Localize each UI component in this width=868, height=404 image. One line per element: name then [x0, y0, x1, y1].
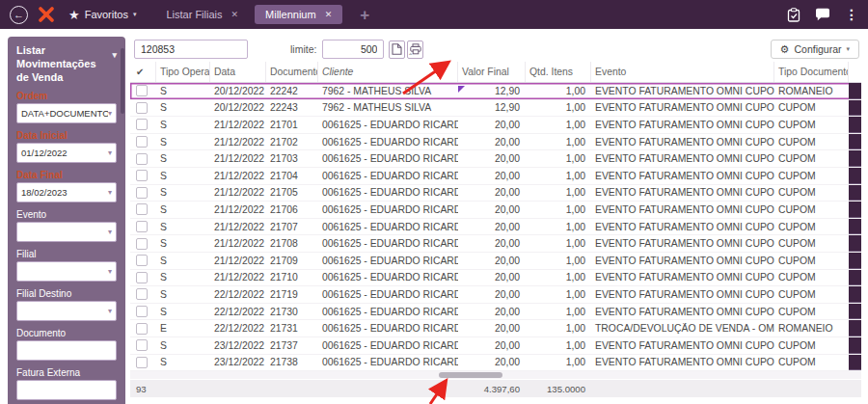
cell-cliente: 0061625 - EDUARDO RICARDO [318, 171, 458, 181]
column-header-data[interactable]: Data [210, 62, 266, 82]
row-checkbox[interactable] [130, 150, 156, 167]
column-header-cliente[interactable]: Cliente [318, 62, 458, 82]
sidebar-select-filial-destino[interactable]: ▾ [16, 301, 117, 321]
column-header-tipo-operacao[interactable]: Tipo Operac... [156, 62, 210, 82]
sidebar-input-documento[interactable] [16, 340, 117, 361]
row-checkbox[interactable] [130, 202, 156, 218]
sidebar-label-ordem: Ordem [16, 91, 117, 101]
row-checkbox[interactable] [130, 253, 156, 269]
cell-qtd-itens: 1,00 [526, 289, 591, 300]
back-button[interactable]: ← [10, 6, 28, 24]
cell-valor-final: 20,00 [458, 323, 526, 334]
row-checkbox[interactable] [130, 219, 156, 235]
row-checkbox[interactable] [130, 304, 156, 320]
cell-cliente: 0061625 - EDUARDO RICARDO [318, 187, 458, 198]
tab-listar-filiais[interactable]: Listar Filiais ✕ [155, 5, 249, 24]
cell-documento: 21708 [266, 238, 318, 249]
cell-data: 23/12/2022 [210, 357, 266, 367]
cell-valor-final: 20,00 [458, 307, 526, 317]
row-checkbox[interactable] [130, 117, 156, 133]
sidebar-select-data-final[interactable]: 18/02/2023▾ [16, 182, 117, 202]
tab-close-icon[interactable]: ✕ [231, 10, 239, 19]
cell-tipo-documento: CUPOM [774, 153, 849, 164]
cell-qtd-itens: 1,00 [526, 323, 591, 334]
cell-documento: 21706 [266, 204, 318, 215]
table-row[interactable]: S21/12/2022217090061625 - EDUARDO RICARD… [130, 253, 861, 270]
configure-button[interactable]: ⚙ Configurar ▾ [771, 40, 859, 59]
sidebar-title[interactable]: Listar Movimentações de Venda ▾ [16, 44, 117, 84]
tab-label: Millennium [265, 9, 316, 20]
cell-cliente: 0061625 - EDUARDO RICARDO [318, 204, 458, 215]
table-row[interactable]: S21/12/2022217020061625 - EDUARDO RICARD… [130, 134, 861, 151]
table-row[interactable]: S23/12/2022217380061625 - EDUARDO RICARD… [130, 355, 861, 372]
chat-icon[interactable] [815, 8, 830, 21]
row-checkbox[interactable] [130, 235, 156, 252]
new-tab-button[interactable]: + [360, 7, 369, 23]
row-checkbox[interactable] [130, 270, 156, 286]
cell-evento: EVENTO FATURAMENTO OMNI CUPOM [591, 289, 774, 300]
sidebar-select-ordem[interactable]: DATA+DOCUMENTO▾ [16, 103, 117, 123]
grid-toolbar: limite: ˆ ⚙ Configurar ▾ [130, 37, 861, 62]
cell-cliente: 0061625 - EDUARDO RICARDO [318, 289, 458, 300]
table-row[interactable]: S21/12/2022217070061625 - EDUARDO RICARD… [130, 219, 861, 236]
export-button[interactable] [389, 40, 405, 59]
cell-evento: EVENTO FATURAMENTO OMNI CUPOM [591, 187, 774, 198]
table-row[interactable]: E22/12/2022217310061625 - EDUARDO RICARD… [130, 320, 861, 337]
table-row[interactable]: S22/12/2022217190061625 - EDUARDO RICARD… [130, 286, 861, 304]
chevron-down-icon: ▾ [108, 109, 112, 118]
row-checkbox[interactable] [130, 320, 156, 337]
table-row[interactable]: S20/12/2022222437962 - MATHEUS SILVA12,9… [130, 100, 861, 118]
table-row[interactable]: S21/12/2022217040061625 - EDUARDO RICARD… [130, 168, 861, 185]
tab-millennium[interactable]: Millennium ✕ [255, 5, 342, 24]
sidebar-scrollbar-thumb[interactable] [121, 48, 124, 114]
select-all-checkbox[interactable]: ✔ [130, 62, 156, 82]
sidebar-select-filial[interactable]: ▾ [16, 261, 117, 282]
cell-cliente: 0061625 - EDUARDO RICARDO [318, 357, 458, 367]
cell-qtd-itens: 1,00 [526, 340, 591, 351]
cell-documento: 22242 [266, 86, 318, 96]
sidebar-fields: OrdemDATA+DOCUMENTO▾Data Inicial01/12/20… [16, 91, 117, 404]
row-checkbox[interactable] [130, 355, 156, 371]
favorites-menu[interactable]: ★ Favoritos ▾ [68, 9, 136, 21]
cell-evento: EVENTO FATURAMENTO OMNI CUPOM [591, 272, 774, 283]
cell-tipo-documento: CUPOM [774, 307, 849, 317]
limit-input[interactable] [322, 40, 384, 59]
table-row[interactable]: S21/12/2022217100061625 - EDUARDO RICARD… [130, 270, 861, 287]
kebab-menu-icon[interactable]: ⋮ [845, 7, 858, 22]
cell-tipo-operacao: S [156, 256, 210, 266]
table-row[interactable]: S20/12/2022222427962 - MATHEUS SILVA12,9… [130, 83, 861, 100]
sidebar-select-data-inicial[interactable]: 01/12/2022▾ [16, 143, 117, 163]
table-row[interactable]: S21/12/2022217080061625 - EDUARDO RICARD… [130, 235, 861, 253]
row-checkbox[interactable] [130, 337, 156, 354]
column-header-tipo-documento[interactable]: Tipo Documento [774, 62, 849, 82]
table-row[interactable]: S23/12/2022217370061625 - EDUARDO RICARD… [130, 337, 861, 355]
cell-evento: EVENTO FATURAMENTO OMNI CUPOM [591, 238, 774, 249]
table-row[interactable]: S21/12/2022217030061625 - EDUARDO RICARD… [130, 150, 861, 168]
cell-data: 21/12/2022 [210, 256, 266, 266]
column-header-documento[interactable]: Documento [266, 62, 318, 82]
column-header-valor-final[interactable]: Valor Final [458, 62, 526, 82]
row-checkbox[interactable] [130, 100, 156, 117]
row-checkbox[interactable] [130, 134, 156, 150]
column-header-qtd-itens[interactable]: Qtd. Itens [526, 62, 591, 82]
tab-close-icon[interactable]: ✕ [325, 10, 333, 19]
cell-valor-final: 12,90 [458, 86, 526, 96]
column-header-evento[interactable]: Evento [591, 62, 774, 82]
table-row[interactable]: S22/12/2022217300061625 - EDUARDO RICARD… [130, 304, 861, 321]
cell-valor-final: 20,00 [458, 340, 526, 351]
table-row[interactable]: S21/12/2022217050061625 - EDUARDO RICARD… [130, 185, 861, 202]
row-checkbox[interactable] [130, 286, 156, 303]
sidebar-select-evento[interactable]: ▾ [16, 222, 117, 242]
collapse-chevron-icon[interactable]: ▾ [112, 50, 117, 61]
sidebar-input-fatura-externa[interactable] [16, 380, 117, 400]
tasks-clipboard-icon[interactable] [787, 8, 800, 22]
row-checkbox[interactable] [130, 185, 156, 202]
search-input[interactable] [134, 40, 248, 59]
table-row[interactable]: S21/12/2022217060061625 - EDUARDO RICARD… [130, 202, 861, 219]
horizontal-scrollbar[interactable] [130, 371, 861, 379]
row-checkbox[interactable] [130, 168, 156, 184]
row-checkbox[interactable] [130, 83, 156, 99]
horizontal-scrollbar-thumb[interactable] [439, 372, 502, 378]
table-row[interactable]: S21/12/2022217010061625 - EDUARDO RICARD… [130, 117, 861, 134]
row-color-indicator [849, 150, 861, 167]
